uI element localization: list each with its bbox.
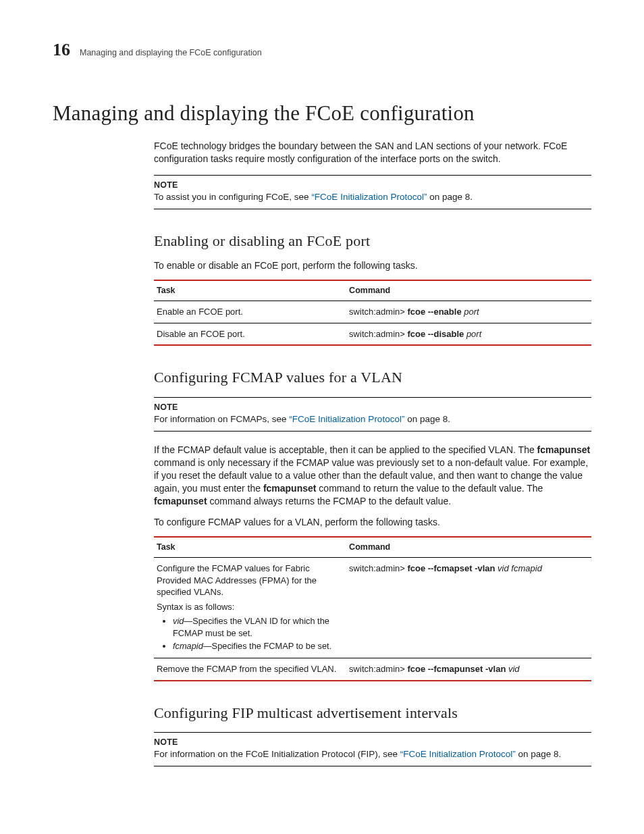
task-table: Task Command Enable an FCOE port. switch… [154, 280, 591, 346]
th-command: Command [346, 537, 591, 557]
link-fip[interactable]: “FCoE Initialization Protocol” [400, 749, 516, 759]
command-cell: switch:admin> fcoe --fcmapset -vlan vid … [346, 558, 591, 658]
th-command: Command [346, 280, 591, 301]
intro-paragraph: FCoE technology bridges the boundary bet… [154, 140, 591, 165]
task-cell: Remove the FCMAP from the specified VLAN… [154, 658, 346, 681]
body-paragraph: If the FCMAP default value is acceptable… [154, 444, 591, 507]
note-block: NOTE To assist you in configuring FCoE, … [154, 175, 591, 209]
task-table: Task Command Configure the FCMAP values … [154, 536, 591, 681]
task-cell: Enable an FCOE port. [154, 301, 346, 323]
th-task: Task [154, 280, 346, 301]
table-row: Configure the FCMAP values for Fabric Pr… [154, 558, 591, 658]
note-block: NOTE For information on the FCoE Initial… [154, 732, 591, 766]
table-header-row: Task Command [154, 280, 591, 301]
table-row: Enable an FCOE port. switch:admin> fcoe … [154, 301, 591, 323]
running-head: 16 Managing and displaying the FCoE conf… [53, 38, 591, 61]
syntax-list: vid—Specifies the VLAN ID for which the … [157, 615, 344, 652]
table-row: Disable an FCOE port. switch:admin> fcoe… [154, 323, 591, 345]
section-lead: To configure FCMAP values for a VLAN, pe… [154, 516, 591, 529]
note-label: NOTE [154, 737, 591, 748]
note-text: For information on the FCoE Initializati… [154, 748, 591, 760]
section-heading: Configuring FCMAP values for a VLAN [154, 367, 591, 388]
chapter-number: 16 [53, 38, 70, 61]
note-block: NOTE For information on FCMAPs, see “FCo… [154, 397, 591, 432]
th-task: Task [154, 537, 346, 557]
list-item: fcmapid—Specifies the FCMAP to be set. [173, 640, 344, 652]
link-fip[interactable]: “FCoE Initialization Protocol” [311, 192, 427, 202]
section-heading: Enabling or disabling an FCoE port [154, 231, 591, 251]
table-row: Remove the FCMAP from the specified VLAN… [154, 658, 591, 681]
section-lead: To enable or disable an FCoE port, perfo… [154, 259, 591, 272]
command-cell: switch:admin> fcoe --disable port [346, 323, 591, 345]
section-heading: Configuring FIP multicast advertisement … [154, 703, 591, 723]
page-title: Managing and displaying the FCoE configu… [53, 99, 591, 128]
running-head-text: Managing and displaying the FCoE configu… [80, 47, 262, 59]
note-text: For information on FCMAPs, see “FCoE Ini… [154, 413, 591, 425]
note-label: NOTE [154, 180, 591, 191]
note-label: NOTE [154, 402, 591, 413]
link-fip[interactable]: “FCoE Initialization Protocol” [289, 414, 404, 424]
task-cell: Disable an FCOE port. [154, 323, 346, 345]
task-cell: Configure the FCMAP values for Fabric Pr… [154, 558, 346, 658]
list-item: vid—Specifies the VLAN ID for which the … [173, 615, 344, 639]
command-cell: switch:admin> fcoe --fcmapunset -vlan vi… [346, 658, 591, 681]
note-text: To assist you in configuring FCoE, see “… [154, 191, 591, 203]
content-body: FCoE technology bridges the boundary bet… [154, 140, 591, 766]
command-cell: switch:admin> fcoe --enable port [346, 301, 591, 323]
table-header-row: Task Command [154, 537, 591, 557]
